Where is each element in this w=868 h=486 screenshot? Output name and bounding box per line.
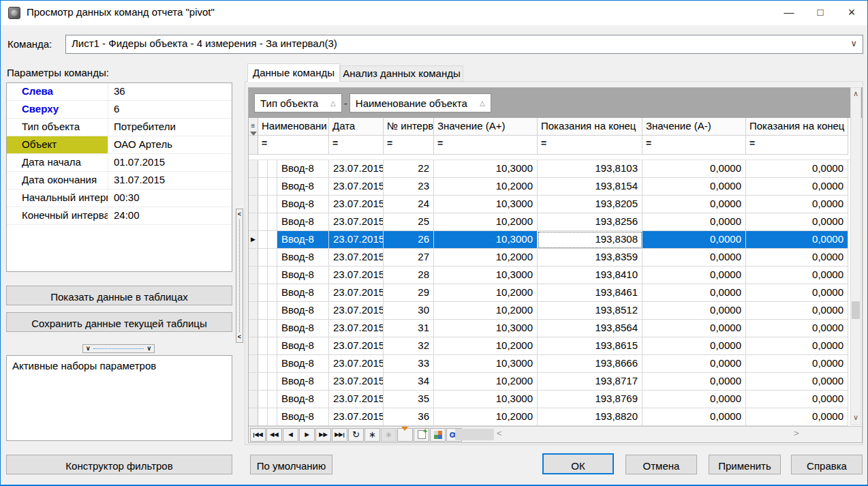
cell-value_ap[interactable]: 10,2000 bbox=[434, 408, 538, 426]
param-value-cell[interactable]: 36 bbox=[108, 83, 232, 101]
cell-name[interactable]: Ввод-8 bbox=[277, 213, 329, 231]
param-value-cell[interactable]: ОАО Артель bbox=[108, 136, 232, 154]
param-value-cell[interactable]: Потребители bbox=[108, 119, 232, 136]
active-parameter-sets-list[interactable]: Активные наборы параметров bbox=[6, 355, 232, 441]
cell-reading_ap[interactable]: 193,8717 bbox=[538, 373, 642, 391]
cell-reading_am[interactable]: 0,0000 bbox=[746, 160, 848, 178]
cell-interval[interactable]: 29 bbox=[384, 284, 434, 302]
cell-value_ap[interactable]: 10,2000 bbox=[434, 373, 538, 391]
cell-reading_ap[interactable]: 193,8564 bbox=[538, 320, 642, 337]
cell-value_ap[interactable]: 10,3000 bbox=[434, 391, 538, 408]
cell-reading_am[interactable]: 0,0000 bbox=[746, 249, 848, 267]
param-value-cell[interactable]: 6 bbox=[108, 101, 232, 119]
cell-value_am[interactable]: 0,0000 bbox=[642, 213, 746, 231]
cell-value_am[interactable]: 0,0000 bbox=[642, 178, 746, 196]
cell-date[interactable]: 23.07.2015 bbox=[329, 231, 384, 249]
cell-name[interactable]: Ввод-8 bbox=[277, 249, 329, 267]
cell-value_am[interactable]: 0,0000 bbox=[642, 320, 746, 337]
cell-date[interactable]: 23.07.2015 bbox=[329, 213, 384, 231]
maximize-button[interactable]: □ bbox=[805, 1, 836, 25]
row-indicator-cell[interactable] bbox=[249, 391, 258, 408]
cell-name[interactable]: Ввод-8 bbox=[277, 408, 329, 426]
cell-reading_ap[interactable]: 193,8308 bbox=[538, 231, 642, 249]
filter-cell-value_am[interactable]: = bbox=[642, 136, 746, 155]
cell-reading_am[interactable]: 0,0000 bbox=[746, 337, 848, 355]
cell-name[interactable]: Ввод-8 bbox=[277, 160, 329, 178]
param-value-cell[interactable]: 31.07.2015 bbox=[108, 172, 232, 189]
nav-layout-button[interactable] bbox=[430, 428, 446, 442]
cell-date[interactable]: 23.07.2015 bbox=[329, 355, 384, 373]
param-name-cell[interactable]: Тип объекта bbox=[7, 119, 108, 136]
scroll-left-icon[interactable]: < bbox=[497, 428, 502, 438]
group-by-panel[interactable]: Тип объекта△-Наименование объекта△ bbox=[249, 88, 862, 118]
column-header-name[interactable]: Наименовани bbox=[258, 118, 329, 136]
row-indicator-cell[interactable] bbox=[249, 160, 258, 178]
chevron-down-icon[interactable]: ∨ bbox=[850, 38, 857, 48]
nav-last-button[interactable]: ▶▶| bbox=[332, 428, 347, 442]
cell-interval[interactable]: 33 bbox=[384, 355, 434, 373]
filter-cell-name[interactable]: = bbox=[258, 136, 329, 155]
cell-interval[interactable]: 30 bbox=[384, 302, 434, 320]
filter-operator[interactable]: = bbox=[646, 138, 651, 149]
ok-button[interactable]: ОК bbox=[542, 453, 614, 474]
cell-interval[interactable]: 25 bbox=[384, 213, 434, 231]
cell-value_ap[interactable]: 10,3000 bbox=[434, 196, 538, 213]
cell-value_ap[interactable]: 10,3000 bbox=[434, 320, 538, 337]
cell-reading_am[interactable]: 0,0000 bbox=[746, 391, 848, 408]
scroll-up-icon[interactable]: ∧ bbox=[851, 89, 861, 98]
filter-operator[interactable]: = bbox=[387, 138, 392, 149]
param-value-cell[interactable]: 01.07.2015 bbox=[108, 154, 232, 172]
cell-date[interactable]: 23.07.2015 bbox=[329, 373, 384, 391]
cell-value_am[interactable]: 0,0000 bbox=[642, 249, 746, 267]
nav-prev-page-button[interactable]: ◀◀ bbox=[266, 428, 282, 442]
param-name-cell[interactable]: Конечный интерва bbox=[7, 207, 108, 225]
row-indicator-cell[interactable] bbox=[249, 284, 258, 302]
param-value-cell[interactable]: 00:30 bbox=[108, 189, 232, 207]
row-indicator-cell[interactable]: ▶ bbox=[249, 231, 258, 249]
cell-date[interactable]: 23.07.2015 bbox=[329, 337, 384, 355]
cell-reading_am[interactable]: 0,0000 bbox=[746, 267, 848, 284]
param-name-cell[interactable]: Дата окончания bbox=[7, 172, 108, 189]
cell-date[interactable]: 23.07.2015 bbox=[329, 302, 384, 320]
cell-reading_am[interactable]: 0,0000 bbox=[746, 373, 848, 391]
filter-builder-button[interactable]: Конструктор фильтров bbox=[6, 455, 232, 474]
default-button[interactable]: По умолчанию bbox=[250, 455, 332, 474]
vertical-splitter-handle[interactable]: < < bbox=[236, 209, 243, 343]
cell-reading_am[interactable]: 0,0000 bbox=[746, 320, 848, 337]
row-indicator-cell[interactable] bbox=[249, 373, 258, 391]
filter-operator[interactable]: = bbox=[749, 138, 755, 149]
nav-refresh-button[interactable]: ↻ bbox=[348, 428, 364, 442]
row-indicator-cell[interactable] bbox=[249, 196, 258, 213]
cell-interval[interactable]: 36 bbox=[384, 408, 434, 426]
cell-value_ap[interactable]: 10,2000 bbox=[434, 337, 538, 355]
nav-prev-button[interactable]: ◀ bbox=[283, 428, 298, 442]
nav-append-button[interactable]: ∗ bbox=[365, 428, 380, 442]
column-header-date[interactable]: Дата bbox=[329, 118, 384, 136]
column-header-value_ap[interactable]: Значение (A+) bbox=[434, 118, 538, 136]
cell-interval[interactable]: 27 bbox=[384, 249, 434, 267]
cell-reading_am[interactable]: 0,0000 bbox=[746, 213, 848, 231]
cell-date[interactable]: 23.07.2015 bbox=[329, 267, 384, 284]
cell-reading_am[interactable]: 0,0000 bbox=[746, 231, 848, 249]
cell-value_ap[interactable]: 10,2000 bbox=[434, 284, 538, 302]
cell-reading_ap[interactable]: 193,8256 bbox=[538, 213, 642, 231]
cell-interval[interactable]: 23 bbox=[384, 178, 434, 196]
row-indicator-cell[interactable] bbox=[249, 355, 258, 373]
cell-name[interactable]: Ввод-8 bbox=[277, 267, 329, 284]
title-bar[interactable]: Просмотр данных команд отчета "pivot" — … bbox=[1, 1, 867, 25]
cell-reading_am[interactable]: 0,0000 bbox=[746, 284, 848, 302]
column-header-interval[interactable]: № интерв bbox=[384, 118, 434, 136]
cell-value_am[interactable]: 0,0000 bbox=[642, 231, 746, 249]
cell-name[interactable]: Ввод-8 bbox=[277, 373, 329, 391]
cell-interval[interactable]: 28 bbox=[384, 267, 434, 284]
vertical-scrollbar-thumb[interactable] bbox=[852, 301, 860, 319]
apply-button[interactable]: Применить bbox=[709, 455, 781, 474]
param-name-cell[interactable]: Начальный интерв bbox=[7, 189, 108, 207]
cell-value_am[interactable]: 0,0000 bbox=[642, 391, 746, 408]
cell-interval[interactable]: 32 bbox=[384, 337, 434, 355]
command-combobox[interactable]: Лист1 - Фидеры объекта - 4 измерения - З… bbox=[65, 35, 863, 54]
save-table-data-button[interactable]: Сохранить данные текущей таблицы bbox=[6, 312, 232, 332]
param-name-cell[interactable]: Объект bbox=[7, 136, 108, 154]
cell-value_am[interactable]: 0,0000 bbox=[642, 267, 746, 284]
column-header-reading_am[interactable]: Показания на конец bbox=[746, 118, 848, 136]
